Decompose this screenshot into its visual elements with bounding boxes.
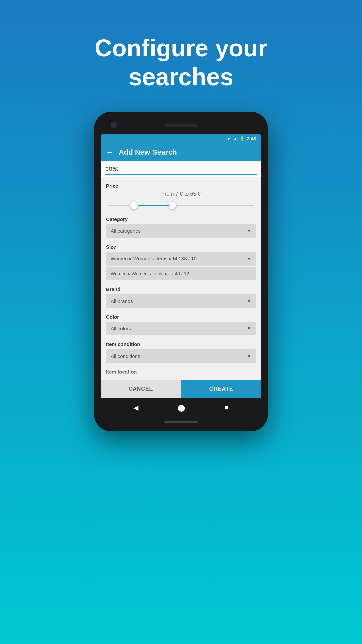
nav-home-icon[interactable]: ⬤	[178, 404, 185, 412]
wifi-icon: ▼	[226, 136, 231, 141]
brand-section: Brand All brands ▼	[106, 286, 256, 308]
color-arrow-icon: ▼	[247, 326, 251, 331]
category-selected: All categories	[111, 228, 141, 234]
brand-selected: All brands	[111, 298, 133, 304]
item-condition-arrow-icon: ▼	[247, 353, 251, 359]
search-input-container	[101, 161, 261, 177]
battery-icon: 🔋	[240, 136, 245, 141]
create-button[interactable]: CREATE	[181, 380, 261, 398]
app-bar: ← Add New Search	[101, 143, 261, 161]
time-display: 2:43	[247, 136, 256, 141]
size-selected-1: Women ▸ Women's items ▸ M / 38 / 10	[111, 256, 197, 262]
slider-thumb-right[interactable]	[169, 202, 176, 209]
color-section: Color All colors ▼	[106, 314, 256, 335]
phone-frame: ▼ ▲ 🔋 2:43 ← Add New Search Price From 7…	[94, 112, 268, 431]
size-arrow-icon: ▼	[247, 256, 251, 261]
size-section: Size Women ▸ Women's items ▸ M / 38 / 10…	[106, 244, 256, 280]
size-label: Size	[106, 244, 256, 250]
item-condition-section: Item condition All conditions ▼	[106, 341, 256, 363]
item-location-section: Item location	[106, 369, 256, 377]
status-bar: ▼ ▲ 🔋 2:43	[101, 134, 261, 143]
slider-container	[108, 200, 254, 210]
speaker	[164, 124, 198, 127]
cancel-button[interactable]: CANCEL	[101, 380, 181, 398]
slider-thumb-left[interactable]	[130, 202, 138, 209]
category-dropdown[interactable]: All categories ▼	[106, 224, 256, 238]
item-condition-selected: All conditions	[111, 353, 140, 359]
item-location-label: Item location	[106, 369, 256, 375]
phone-screen: ▼ ▲ 🔋 2:43 ← Add New Search Price From 7…	[101, 134, 261, 417]
price-range-text: From 7 € to 65 €	[106, 191, 256, 197]
price-section: Price From 7 € to 65 €	[106, 183, 256, 210]
page-title: Configure your searches	[64, 34, 298, 92]
bottom-indicator	[164, 421, 198, 423]
nav-bar: ◀ ⬤ ■	[101, 398, 261, 417]
size-tag-2: Women ▸ Women's items ▸ L / 40 / 12	[106, 267, 256, 280]
color-selected: All colors	[111, 326, 131, 331]
item-condition-dropdown[interactable]: All conditions ▼	[106, 349, 256, 363]
category-section: Category All categories ▼	[106, 216, 256, 238]
brand-arrow-icon: ▼	[247, 298, 251, 304]
nav-square-icon[interactable]: ■	[224, 404, 228, 411]
slider-track	[108, 205, 254, 206]
search-input[interactable]	[105, 165, 257, 175]
brand-dropdown[interactable]: All brands ▼	[106, 294, 256, 308]
category-label: Category	[106, 216, 256, 222]
item-condition-label: Item condition	[106, 341, 256, 347]
category-arrow-icon: ▼	[247, 228, 251, 233]
size-dropdown[interactable]: Women ▸ Women's items ▸ M / 38 / 10 ▼	[106, 252, 256, 266]
price-label: Price	[106, 183, 256, 189]
camera	[111, 122, 117, 128]
color-dropdown[interactable]: All colors ▼	[106, 322, 256, 335]
nav-back-icon[interactable]: ◀	[133, 404, 138, 412]
slider-fill	[134, 205, 172, 206]
size-selected-2: Women ▸ Women's items ▸ L / 40 / 12	[111, 271, 189, 276]
color-label: Color	[106, 314, 256, 320]
brand-label: Brand	[106, 286, 256, 292]
screen-title: Add New Search	[119, 148, 177, 157]
back-button[interactable]: ←	[106, 148, 113, 157]
bottom-action-bar: CANCEL CREATE	[101, 380, 261, 398]
signal-icon: ▲	[233, 136, 238, 141]
